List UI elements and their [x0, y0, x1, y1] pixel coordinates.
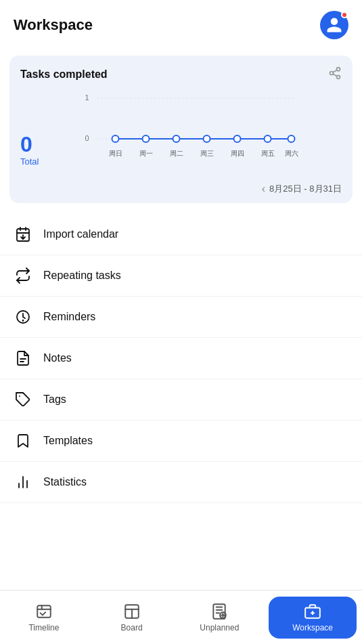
date-range: 8月25日 - 8月31日: [269, 183, 342, 195]
unplanned-icon: [210, 603, 228, 620]
svg-point-10: [143, 135, 150, 142]
menu-item-reminders[interactable]: Reminders: [0, 297, 362, 338]
nav-item-timeline[interactable]: Timeline: [0, 597, 88, 638]
menu-label-repeating-tasks: Repeating tasks: [43, 270, 121, 282]
menu-label-tags: Tags: [43, 393, 66, 406]
menu-label-notes: Notes: [43, 352, 72, 364]
svg-text:周三: 周三: [200, 150, 214, 157]
bottom-nav: Timeline Board Unplanned: [0, 590, 362, 644]
total-label: Total: [20, 156, 39, 167]
svg-text:0: 0: [85, 134, 89, 142]
chart-footer: ‹ 8月25日 - 8月31日: [20, 183, 342, 195]
tag-icon: [15, 391, 31, 408]
menu-item-repeating-tasks[interactable]: Repeating tasks: [0, 255, 362, 297]
chart-body: 0 Total 1 0: [20, 88, 342, 179]
bookmark-icon: [15, 433, 31, 449]
svg-point-11: [173, 135, 180, 142]
board-icon: [123, 603, 141, 620]
svg-text:周一: 周一: [139, 150, 153, 157]
chart-area: 1 0 周日 周一: [45, 88, 342, 179]
menu-label-import-calendar: Import calendar: [43, 228, 118, 240]
header: Workspace: [0, 0, 362, 50]
svg-text:周六: 周六: [285, 150, 298, 157]
svg-point-15: [288, 135, 295, 142]
chart-total: 0 Total: [20, 133, 45, 179]
menu-item-statistics[interactable]: Statistics: [0, 462, 362, 503]
share-icon[interactable]: [328, 66, 342, 83]
svg-line-3: [333, 74, 337, 76]
svg-line-4: [333, 70, 337, 72]
nav-label-board: Board: [121, 623, 143, 632]
nav-label-unplanned: Unplanned: [200, 623, 239, 632]
chart-header: Tasks completed: [20, 66, 342, 83]
timeline-icon: [35, 603, 53, 620]
workspace-icon: [304, 603, 321, 620]
chart-prev-button[interactable]: ‹: [262, 183, 265, 195]
svg-text:周日: 周日: [109, 150, 122, 157]
svg-rect-36: [37, 605, 51, 617]
svg-point-13: [234, 135, 241, 142]
chart-title: Tasks completed: [20, 68, 108, 81]
page-title: Workspace: [14, 16, 93, 34]
bar-chart-icon: [15, 474, 31, 490]
svg-point-14: [265, 135, 271, 142]
calendar-import-icon: [15, 226, 31, 242]
tasks-completed-card: Tasks completed 0 Total 1 0: [9, 56, 353, 203]
file-text-icon: [15, 350, 31, 366]
notification-dot: [341, 12, 348, 18]
svg-point-9: [112, 135, 119, 142]
menu-label-templates: Templates: [43, 435, 93, 447]
nav-label-workspace: Workspace: [292, 623, 333, 632]
menu-item-tags[interactable]: Tags: [0, 379, 362, 421]
menu-label-statistics: Statistics: [43, 476, 87, 488]
menu-item-templates[interactable]: Templates: [0, 421, 362, 462]
menu-item-import-calendar[interactable]: Import calendar: [0, 214, 362, 255]
menu-list: Import calendar Repeating tasks: [0, 214, 362, 503]
svg-text:周二: 周二: [170, 150, 183, 157]
menu-label-reminders: Reminders: [43, 311, 95, 323]
total-count: 0: [20, 133, 32, 155]
nav-item-workspace[interactable]: Workspace: [269, 597, 357, 639]
svg-text:1: 1: [85, 93, 89, 102]
svg-text:周四: 周四: [231, 150, 244, 157]
user-icon: [325, 16, 343, 34]
nav-label-timeline: Timeline: [28, 623, 59, 632]
repeat-icon: [15, 267, 31, 284]
clock-alert-icon: [15, 309, 31, 325]
avatar-button[interactable]: [320, 11, 348, 39]
svg-point-12: [204, 135, 210, 142]
nav-item-unplanned[interactable]: Unplanned: [176, 597, 264, 638]
nav-item-board[interactable]: Board: [88, 597, 176, 638]
menu-item-notes[interactable]: Notes: [0, 338, 362, 379]
chart-svg: 1 0 周日 周一: [45, 88, 342, 176]
svg-text:周五: 周五: [261, 150, 275, 157]
